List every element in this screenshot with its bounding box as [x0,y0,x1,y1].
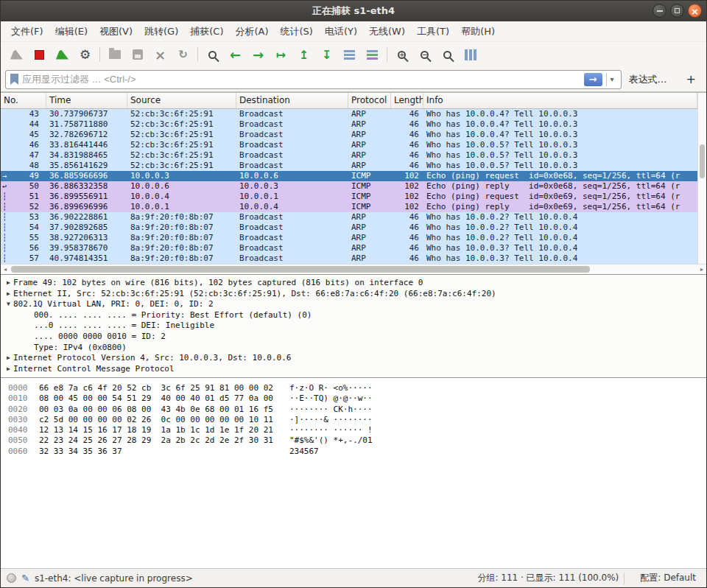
hex-line[interactable]: 004012 13 14 15 16 17 18 19 1a 1b 1c 1d … [1,425,706,435]
go-back-button[interactable]: ← [224,44,247,65]
packet-row[interactable]: 4835.85614162952:cb:3c:6f:25:91Broadcast… [1,161,697,171]
colorize-button[interactable] [361,44,384,65]
close-file-button[interactable]: × [149,44,172,65]
menu-item-7[interactable]: 电话(Y) [319,22,363,41]
resize-columns-button[interactable] [459,44,482,65]
expander-icon[interactable]: ▶ [4,289,13,300]
packet-row[interactable]: 4330.73790673752:cb:3c:6f:25:91Broadcast… [1,109,697,119]
hex-bytes: 12 13 14 15 16 17 18 19 1a 1b 1c 1d 1e 1… [39,425,289,435]
packet-list-main: No.TimeSourceDestinationProtocolLengthIn… [1,93,706,264]
detail-line[interactable]: ▶Internet Control Message Protocol [1,364,706,375]
menu-item-9[interactable]: 工具(T) [411,22,455,41]
packet-row[interactable]: 49→36.88596669610.0.0.310.0.0.6ICMP102Ec… [1,171,697,181]
expander-icon[interactable]: ▶ [4,353,13,364]
expander-icon[interactable]: ▶ [4,364,13,375]
start-capture-icon [10,50,23,60]
detail-line[interactable]: .... 0000 0000 0010 = ID: 2 [1,332,706,343]
expander-icon[interactable]: ▶ [4,278,13,289]
detail-line[interactable]: ...0 .... .... .... = DEI: Ineligible [1,321,706,332]
packet-row[interactable]: 57┆40.9748143518a:9f:20:f0:8b:07Broadcas… [1,253,697,264]
hex-line[interactable]: 002000 03 0a 00 00 06 08 00 43 4b 0e 68 … [1,405,706,415]
save-file-button[interactable] [126,44,149,65]
stop-capture-button[interactable] [28,44,51,65]
open-file-button[interactable] [103,44,126,65]
restart-capture-button[interactable] [51,44,74,65]
menu-item-4[interactable]: 捕获(C) [184,22,229,41]
column-header-no[interactable]: No. [1,93,46,108]
menu-item-3[interactable]: 跳转(G) [138,22,184,41]
hex-line[interactable]: 005022 23 24 25 26 27 28 29 2a 2b 2c 2d … [1,435,706,446]
horizontal-scrollbar-thumb[interactable] [11,266,590,273]
maximize-button[interactable] [670,4,684,18]
start-capture-button[interactable] [5,44,28,65]
filter-dropdown-caret-icon[interactable] [606,73,618,86]
packet-row[interactable]: 4431.75871188052:cb:3c:6f:25:91Broadcast… [1,119,697,130]
expander-icon[interactable]: ▼ [4,299,13,310]
detail-text: .... 0000 0000 0010 = ID: 2 [34,332,166,343]
packet-time-cell: 36.899556911 [46,192,127,202]
detail-line[interactable]: Type: IPv4 (0x0800) [1,343,706,354]
auto-scroll-button[interactable] [338,44,361,65]
packet-row[interactable]: 53┆36.9022288618a:9f:20:f0:8b:07Broadcas… [1,212,697,223]
capture-comment-icon[interactable] [21,573,29,584]
detail-line[interactable]: ▶Internet Protocol Version 4, Src: 10.0.… [1,353,706,364]
display-filter-input[interactable] [22,74,584,85]
title-bar[interactable]: 正在捕获 s1-eth4 [1,1,706,21]
close-button[interactable] [688,4,702,18]
scroll-left-arrow-icon[interactable] [1,265,10,274]
menu-item-6[interactable]: 统计(S) [275,22,319,41]
vertical-scrollbar[interactable] [697,93,706,264]
zoom-in-button[interactable]: + [390,44,413,65]
menu-item-8[interactable]: 无线(W) [363,22,411,41]
detail-line[interactable]: 000. .... .... .... = Priority: Best Eff… [1,310,706,321]
menu-item-10[interactable]: 帮助(H) [455,22,501,41]
packet-row[interactable]: 55┆38.9272063138a:9f:20:f0:8b:07Broadcas… [1,233,697,243]
column-header-source[interactable]: Source [127,93,236,108]
packet-row[interactable]: 50↩36.88633235810.0.0.610.0.0.3ICMP102Ec… [1,181,697,192]
profile-button[interactable]: 配置: Default [630,572,700,584]
go-last-button[interactable]: ↧ [315,44,338,65]
expert-info-icon[interactable] [7,573,16,583]
detail-line[interactable]: ▶Frame 49: 102 bytes on wire (816 bits),… [1,278,706,289]
horizontal-scrollbar[interactable] [1,264,706,274]
menu-item-5[interactable]: 分析(A) [229,22,274,41]
packet-row[interactable]: 4734.83198846552:cb:3c:6f:25:91Broadcast… [1,150,697,161]
zoom-reset-button[interactable] [436,44,459,65]
menu-item-2[interactable]: 视图(V) [94,22,138,41]
hex-line[interactable]: 0030c2 5d 00 00 00 00 02 26 0c 00 00 00 … [1,415,706,425]
zoom-out-button[interactable]: − [413,44,436,65]
column-header-destination[interactable]: Destination [236,93,348,108]
column-header-time[interactable]: Time [46,93,127,108]
packet-row[interactable]: 51┆36.89955691110.0.0.410.0.0.1ICMP102Ec… [1,192,697,202]
hex-line[interactable]: 000066 e8 7a c6 4f 20 52 cb 3c 6f 25 91 … [1,383,706,393]
add-filter-button[interactable]: + [675,72,702,86]
packet-destination-cell: Broadcast [236,161,348,171]
go-to-packet-button[interactable]: ↦ [270,44,292,65]
hex-line[interactable]: 001008 00 45 00 00 54 51 29 40 00 40 01 … [1,393,706,404]
vertical-scrollbar-thumb[interactable] [700,144,705,178]
reload-file-button[interactable]: ↻ [172,44,194,65]
packet-length-cell: 46 [391,161,423,171]
bookmark-icon[interactable] [10,74,18,85]
packet-row[interactable]: 4532.78269671252:cb:3c:6f:25:91Broadcast… [1,130,697,140]
scroll-right-arrow-icon[interactable] [697,265,706,274]
hex-line[interactable]: 006032 33 34 35 36 37234567 [1,447,706,457]
menu-item-0[interactable]: 文件(F) [5,22,49,41]
column-header-length[interactable]: Length [391,93,423,108]
column-header-protocol[interactable]: Protocol [348,93,391,108]
find-packet-button[interactable] [201,44,224,65]
menu-item-1[interactable]: 编辑(E) [49,22,94,41]
expression-button[interactable]: 表达式… [627,73,669,86]
detail-line[interactable]: ▼802.1Q Virtual LAN, PRI: 0, DEI: 0, ID:… [1,299,706,310]
go-first-button[interactable]: ↥ [292,44,315,65]
packet-row[interactable]: 4633.81644144652:cb:3c:6f:25:91Broadcast… [1,140,697,150]
packet-row[interactable]: 56┆39.9583786708a:9f:20:f0:8b:07Broadcas… [1,243,697,253]
go-forward-button[interactable]: → [247,44,270,65]
packet-row[interactable]: 54┆37.9028926858a:9f:20:f0:8b:07Broadcas… [1,223,697,233]
capture-options-button[interactable]: ⚙ [74,44,96,65]
apply-filter-button[interactable] [584,73,602,86]
minimize-button[interactable] [653,4,666,18]
column-header-info[interactable]: Info [423,93,697,108]
packet-row[interactable]: 52┆36.89969699610.0.0.110.0.0.4ICMP102Ec… [1,202,697,212]
detail-line[interactable]: ▶Ethernet II, Src: 52:cb:3c:6f:25:91 (52… [1,289,706,300]
